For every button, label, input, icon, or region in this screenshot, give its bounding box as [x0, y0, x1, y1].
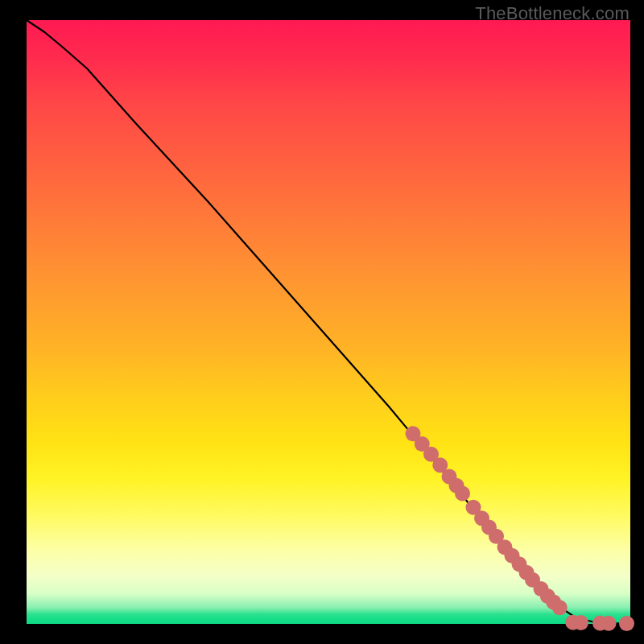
plot-area: [27, 20, 630, 624]
data-dot: [619, 616, 634, 631]
watermark-text: TheBottleneck.com: [475, 3, 630, 24]
data-dot: [552, 600, 568, 615]
data-dot: [455, 486, 470, 502]
chart-overlay: [27, 20, 630, 624]
data-dot: [573, 615, 588, 630]
chart-stage: TheBottleneck.com: [0, 0, 644, 644]
data-dot: [601, 616, 617, 631]
dots-group: [406, 426, 635, 631]
curve-line: [27, 20, 630, 624]
